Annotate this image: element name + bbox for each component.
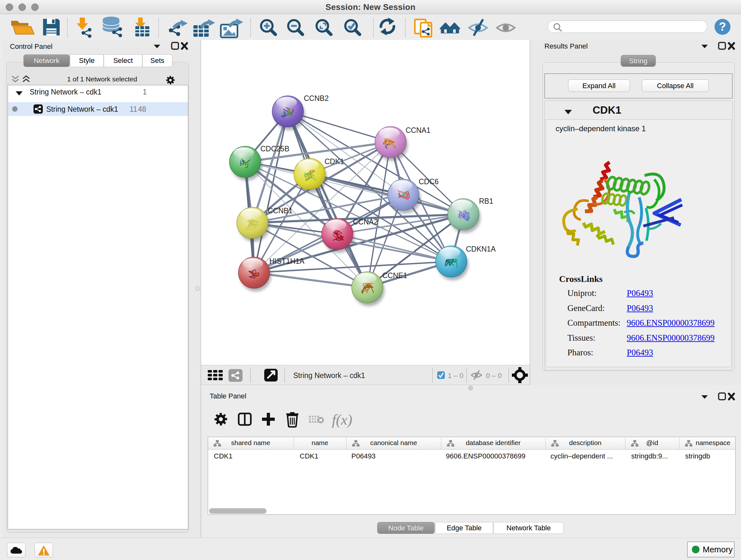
svg-text:f(x): f(x) — [332, 412, 352, 428]
svg-text:0 – 0: 0 – 0 — [486, 372, 502, 380]
svg-text:CCNA1: CCNA1 — [406, 126, 430, 134]
svg-text:HIST1H1A: HIST1H1A — [269, 257, 305, 265]
svg-text:CCNA2: CCNA2 — [353, 218, 378, 226]
svg-text:CCNE1: CCNE1 — [382, 271, 407, 280]
svg-text:CDC25B: CDC25B — [260, 145, 289, 153]
svg-text:CCNB1: CCNB1 — [268, 206, 293, 215]
svg-text:1 – 0: 1 – 0 — [448, 372, 463, 380]
svg-text:RB1: RB1 — [479, 197, 493, 205]
svg-text:CCNB2: CCNB2 — [304, 94, 329, 103]
svg-text:String Network – cdk1: String Network – cdk1 — [293, 371, 365, 380]
svg-text:CDK1: CDK1 — [325, 158, 344, 166]
svg-text:CDC6: CDC6 — [419, 178, 439, 186]
svg-text:CDKN1A: CDKN1A — [466, 245, 496, 253]
svg-text:?: ? — [719, 20, 726, 33]
